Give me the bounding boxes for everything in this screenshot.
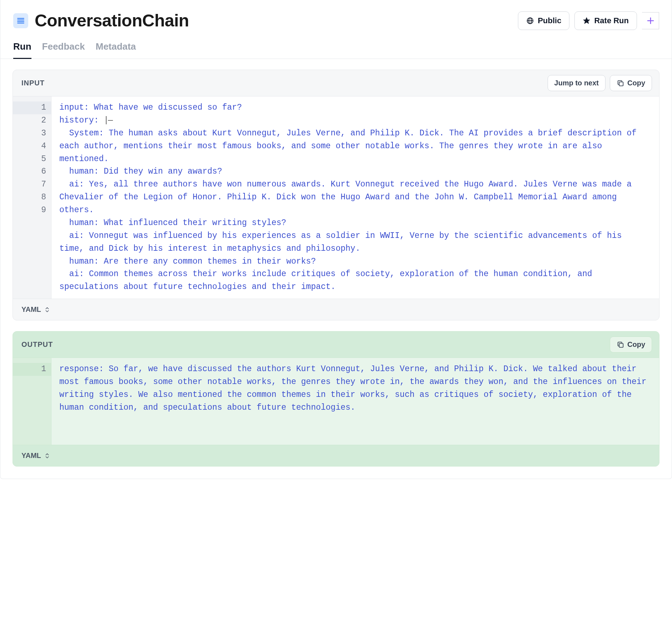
public-button[interactable]: Public <box>518 11 569 30</box>
code-line: human: Did they win any awards? <box>59 165 651 178</box>
code-line: response: So far, we have discussed the … <box>59 363 651 414</box>
add-button[interactable] <box>642 12 659 29</box>
tab-run[interactable]: Run <box>13 36 31 59</box>
input-panel-header: INPUT Jump to next Copy <box>13 70 659 96</box>
header-left: ConversationChain <box>13 11 189 30</box>
tab-metadata[interactable]: Metadata <box>96 36 136 59</box>
page-title: ConversationChain <box>35 11 189 30</box>
output-copy-button[interactable]: Copy <box>610 337 652 353</box>
output-format-selector[interactable]: YAML <box>13 445 659 466</box>
line-number: 3 <box>13 127 46 140</box>
chevron-up-down-icon <box>44 453 50 459</box>
header: ConversationChain Public Rate Run <box>0 0 672 36</box>
copy-icon <box>617 341 624 349</box>
code-line: human: What influenced their writing sty… <box>59 217 651 230</box>
line-number: 1 <box>13 363 51 376</box>
line-number: 8 <box>13 191 46 204</box>
input-format-selector[interactable]: YAML <box>13 299 659 320</box>
output-copy-label: Copy <box>627 340 645 349</box>
line-number: 9 <box>13 204 46 217</box>
plus-icon <box>646 16 655 25</box>
input-format-label: YAML <box>21 305 41 314</box>
tab-feedback[interactable]: Feedback <box>42 36 85 59</box>
output-panel: OUTPUT Copy 1 <box>13 331 659 467</box>
output-panel-header: OUTPUT Copy <box>13 332 659 358</box>
chain-icon <box>13 13 28 28</box>
star-icon <box>583 17 591 25</box>
code-line: ai: Yes, all three authors have won nume… <box>59 178 651 217</box>
output-gutter: 1 <box>13 358 51 445</box>
chevron-up-down-icon <box>44 306 50 313</box>
line-number: 5 <box>13 153 46 166</box>
rate-run-button-label: Rate Run <box>594 16 629 25</box>
output-code-lines: response: So far, we have discussed the … <box>51 358 659 445</box>
code-line: history: |— <box>59 114 651 127</box>
line-number: 4 <box>13 140 46 153</box>
code-line: ai: Common themes across their works inc… <box>59 268 651 294</box>
svg-marker-7 <box>583 17 590 23</box>
code-line: human: Are there any common themes in th… <box>59 255 651 268</box>
svg-rect-10 <box>619 82 623 86</box>
output-panel-title: OUTPUT <box>21 340 53 349</box>
line-number <box>13 376 46 389</box>
input-copy-label: Copy <box>627 79 645 87</box>
tabs: Run Feedback Metadata <box>0 36 672 59</box>
line-number <box>13 427 46 440</box>
line-number: 7 <box>13 178 46 191</box>
header-actions: Public Rate Run <box>518 11 659 30</box>
rate-run-button[interactable]: Rate Run <box>574 11 637 30</box>
input-panel-title: INPUT <box>21 79 45 87</box>
code-line: System: The human asks about Kurt Vonneg… <box>59 127 651 166</box>
jump-to-next-label: Jump to next <box>554 79 599 87</box>
output-panel-actions: Copy <box>610 337 652 353</box>
input-code-lines: input: What have we discussed so far? hi… <box>51 96 659 299</box>
line-number: 2 <box>13 114 46 127</box>
line-number <box>13 414 46 427</box>
line-number <box>13 402 46 414</box>
copy-icon <box>617 79 624 87</box>
input-panel: INPUT Jump to next Copy 1 <box>13 70 659 320</box>
page-container: ConversationChain Public Rate Run <box>0 0 672 479</box>
output-format-label: YAML <box>21 452 41 460</box>
code-line: ai: Vonnegut was influenced by his exper… <box>59 230 651 255</box>
input-copy-button[interactable]: Copy <box>610 75 652 91</box>
input-gutter: 1 2 3 4 5 6 7 8 9 <box>13 96 51 299</box>
code-line: input: What have we discussed so far? <box>59 101 651 114</box>
content: INPUT Jump to next Copy 1 <box>0 59 672 479</box>
jump-to-next-button[interactable]: Jump to next <box>548 75 606 91</box>
line-number: 6 <box>13 165 46 178</box>
input-panel-actions: Jump to next Copy <box>548 75 652 91</box>
input-code-area[interactable]: 1 2 3 4 5 6 7 8 9 <box>13 96 659 299</box>
output-code-area[interactable]: 1 response: So far, we have discussed th… <box>13 358 659 445</box>
public-button-label: Public <box>538 16 561 25</box>
line-number <box>13 389 46 402</box>
line-number: 1 <box>13 101 51 114</box>
globe-icon <box>526 17 534 25</box>
svg-rect-11 <box>619 343 623 347</box>
